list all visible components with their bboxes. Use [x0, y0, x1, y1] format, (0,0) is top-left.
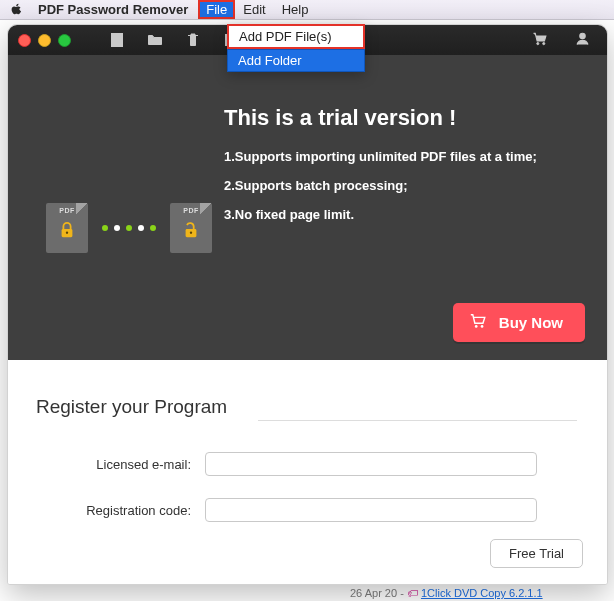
user-icon[interactable]: [574, 30, 591, 51]
menu-help[interactable]: Help: [274, 0, 317, 19]
email-label: Licensed e-mail:: [36, 457, 191, 472]
trial-feature-2: 2.Supports batch processing;: [224, 178, 581, 193]
file-icon[interactable]: [109, 32, 125, 48]
apple-icon[interactable]: [0, 3, 32, 16]
svg-point-13: [190, 232, 192, 234]
menu-add-folder[interactable]: Add Folder: [227, 49, 365, 72]
register-panel: Register your Program Licensed e-mail: R…: [8, 360, 607, 584]
minimize-window-icon[interactable]: [38, 34, 51, 47]
trial-title: This is a trial version !: [224, 105, 581, 131]
pdf-unlock-illustration: PDF PDF: [34, 115, 224, 340]
code-label: Registration code:: [36, 503, 191, 518]
tag-icon: 🏷: [407, 587, 418, 599]
svg-point-9: [580, 33, 585, 38]
svg-point-14: [475, 325, 478, 328]
registration-code-field[interactable]: [205, 498, 537, 522]
cart-icon: [469, 312, 487, 333]
menu-edit[interactable]: Edit: [235, 0, 273, 19]
menu-add-pdf-files[interactable]: Add PDF File(s): [227, 24, 365, 49]
arrow-dots-icon: [96, 225, 162, 231]
trial-feature-3: 3.No fixed page limit.: [224, 207, 581, 222]
buy-now-button[interactable]: Buy Now: [453, 303, 585, 342]
app-window: PDF PDF This is a trial version ! 1.Supp…: [7, 24, 608, 585]
background-link[interactable]: 1Click DVD Copy 6.2.1.1: [421, 587, 543, 599]
cart-icon[interactable]: [531, 30, 548, 51]
svg-point-7: [537, 42, 539, 44]
free-trial-button[interactable]: Free Trial: [490, 539, 583, 568]
system-menu-bar: PDF Password Remover File Edit Help: [0, 0, 614, 20]
svg-point-15: [481, 325, 484, 328]
background-date: 26 Apr 20 -: [350, 587, 407, 599]
folder-icon[interactable]: [147, 32, 163, 48]
divider: [258, 420, 577, 421]
trial-banner: PDF PDF This is a trial version ! 1.Supp…: [8, 55, 607, 360]
email-field[interactable]: [205, 452, 537, 476]
svg-point-8: [543, 42, 545, 44]
app-name[interactable]: PDF Password Remover: [32, 0, 196, 19]
trial-feature-1: 1.Supports importing unlimited PDF files…: [224, 149, 581, 164]
zoom-window-icon[interactable]: [58, 34, 71, 47]
background-list-item: 26 Apr 20 - 🏷 1Click DVD Copy 6.2.1.1: [350, 587, 543, 599]
title-bar-right: [531, 30, 591, 51]
register-heading: Register your Program: [36, 396, 579, 418]
buy-now-label: Buy Now: [499, 314, 563, 331]
menu-file[interactable]: File: [198, 0, 235, 19]
pdf-locked-icon: PDF: [46, 203, 88, 253]
trash-icon[interactable]: [185, 32, 201, 48]
window-controls: [18, 34, 71, 47]
pdf-unlocked-icon: PDF: [170, 203, 212, 253]
svg-point-11: [66, 232, 68, 234]
file-dropdown: Add PDF File(s) Add Folder: [227, 24, 365, 72]
close-window-icon[interactable]: [18, 34, 31, 47]
